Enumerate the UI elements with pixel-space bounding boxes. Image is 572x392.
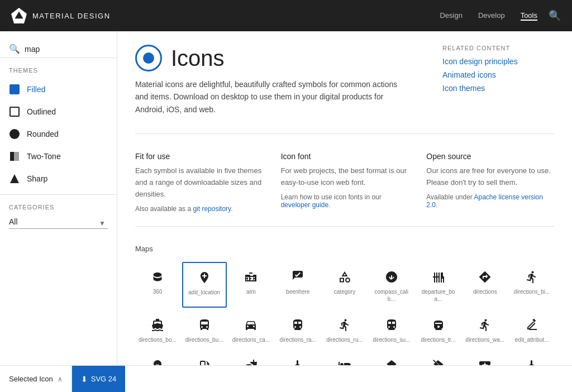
icon-category-glyph (337, 269, 352, 285)
hero-title: Icons (171, 46, 225, 71)
icon-item-directions[interactable]: directions (463, 262, 507, 308)
icon-item-dir-bike[interactable]: directions_bi... (509, 262, 554, 308)
feature-also-0: Also available as a git repository. (135, 205, 263, 213)
icon-compass-label: compass_calib... (372, 288, 411, 303)
icon-item-add-location[interactable]: add_location (182, 262, 227, 308)
svg-rect-0 (10, 152, 14, 161)
hero-related: RELATED CONTENT Icon design principles A… (442, 45, 554, 116)
icon-item-edit-location[interactable]: edit_location (135, 351, 180, 365)
icon-beenhere-glyph (290, 269, 306, 285)
selected-icon-section[interactable]: Selected Icon ∧ (0, 366, 72, 392)
icon-add-location-label: add_location (188, 289, 220, 296)
icon-item-local-airport[interactable]: local_airport (509, 351, 554, 365)
icon-item-local-activit[interactable]: local_activit... (463, 351, 507, 365)
git-repo-link[interactable]: git repository (193, 205, 231, 213)
icon-local-airport-glyph (524, 358, 540, 365)
icon-local-activit-glyph (477, 358, 493, 365)
maps-section-title: Maps (135, 245, 554, 253)
developer-guide-link[interactable]: developer guide (281, 201, 328, 209)
svg-marker-2 (10, 174, 19, 183)
outlined-icon (9, 106, 20, 117)
icon-item-dir-rail[interactable]: directions_ra... (275, 310, 320, 348)
icon-item-dir-run[interactable]: directions_ru... (322, 310, 367, 348)
icon-item-hotel[interactable]: hotel (322, 351, 367, 365)
theme-filled[interactable]: Filled (0, 78, 117, 101)
icon-item-fastfood[interactable]: fastfood (229, 351, 274, 365)
themes-label: THEMES (0, 67, 117, 78)
icon-item-dir-boat[interactable]: directions_bo... (135, 310, 180, 348)
icon-item-compass[interactable]: compass_calib... (369, 262, 414, 308)
related-link-themes[interactable]: Icon themes (442, 84, 554, 93)
icon-dir-rail-label: directions_ra... (279, 336, 316, 343)
divider (0, 194, 117, 195)
sharp-icon (9, 173, 20, 184)
selected-icon-label: Selected Icon (9, 375, 53, 383)
icon-item-layers-clear[interactable]: layers_clear (416, 351, 461, 365)
icon-dir-car-glyph (243, 317, 259, 333)
feature-fit-for-use: Fit for use Each symbol is available in … (135, 152, 263, 212)
icon-layers-glyph (384, 358, 399, 365)
download-svg-button[interactable]: ⬇ SVG 24 (72, 366, 126, 392)
theme-two-tone[interactable]: Two-Tone (0, 145, 117, 168)
chevron-up-icon: ∧ (58, 375, 63, 383)
theme-rounded[interactable]: Rounded (0, 123, 117, 145)
icon-edit-attrib-glyph (524, 317, 540, 333)
icon-360-label: 360 (153, 288, 163, 295)
icon-dir-run-glyph (337, 317, 352, 333)
categories-label: CATEGORIES (0, 199, 117, 213)
theme-outlined[interactable]: Outlined (0, 101, 117, 123)
theme-sharp[interactable]: Sharp (0, 168, 117, 190)
icon-item-atm[interactable]: atm (229, 262, 274, 308)
related-label: RELATED CONTENT (442, 45, 554, 51)
search-input[interactable] (25, 45, 117, 54)
icon-item-dir-car[interactable]: directions_ca... (229, 310, 274, 348)
feature-title-1: Icon font (281, 152, 409, 161)
search-icon[interactable]: 🔍 (549, 9, 561, 22)
apache-license-link[interactable]: Apache license version 2.0 (426, 193, 543, 209)
theme-sharp-label: Sharp (27, 174, 47, 183)
icon-layers-clear-glyph (431, 358, 446, 365)
download-icon: ⬇ (81, 375, 88, 384)
icon-category-label: category (334, 288, 355, 295)
filled-icon (9, 84, 20, 95)
logo[interactable]: MATERIAL DESIGN (11, 8, 111, 23)
nav-develop[interactable]: Develop (478, 11, 505, 21)
icon-item-dir-sub[interactable]: directions_su... (369, 310, 414, 348)
icon-ev-station-glyph (197, 358, 212, 365)
icon-item-dir-walk[interactable]: directions_wa... (463, 310, 507, 348)
download-label: SVG 24 (91, 375, 117, 383)
icon-item-category[interactable]: category (322, 262, 367, 308)
related-link-design-principles[interactable]: Icon design principles (442, 57, 554, 66)
icon-item-beenhere[interactable]: beenhere (275, 262, 320, 308)
theme-twotone-label: Two-Tone (27, 152, 61, 161)
nav-design[interactable]: Design (440, 11, 462, 21)
icon-dir-sub-label: directions_su... (373, 336, 410, 343)
icon-dir-bus-glyph (197, 317, 212, 333)
icon-item-layers[interactable]: layers (369, 351, 414, 365)
category-select[interactable]: All Action Maps (9, 215, 108, 229)
icon-item-360[interactable]: 360 (135, 262, 180, 308)
icon-atm-glyph (243, 269, 259, 285)
icon-item-departure[interactable]: departure_boa... (416, 262, 461, 308)
related-link-animated[interactable]: Animated icons (442, 70, 554, 79)
icon-edit-attrib-label: edit_attribut... (515, 336, 549, 343)
icon-dir-boat-glyph (150, 317, 165, 333)
icon-item-dir-train[interactable]: directions_tr... (416, 310, 461, 348)
hero-icon-circle (135, 45, 162, 71)
icon-item-edit-attrib[interactable]: edit_attribut... (509, 310, 554, 348)
icon-item-flight[interactable]: flight (275, 351, 320, 365)
icon-dir-walk-label: directions_wa... (466, 336, 504, 343)
hero-icon-inner (143, 52, 154, 64)
icon-item-dir-bus[interactable]: directions_bu... (182, 310, 227, 348)
two-tone-icon (9, 151, 20, 162)
icon-departure-glyph (431, 269, 446, 285)
icon-fastfood-glyph (243, 358, 259, 365)
search-bar: 🔍 ✕ (0, 40, 117, 58)
icon-dir-rail-glyph (290, 317, 306, 333)
icon-dir-walk-glyph (477, 317, 493, 333)
icon-dir-sub-glyph (384, 317, 399, 333)
nav-tools[interactable]: Tools (521, 11, 537, 21)
icon-directions-glyph (477, 269, 493, 285)
rounded-icon (9, 128, 20, 140)
icon-item-ev-station[interactable]: ev_station (182, 351, 227, 365)
